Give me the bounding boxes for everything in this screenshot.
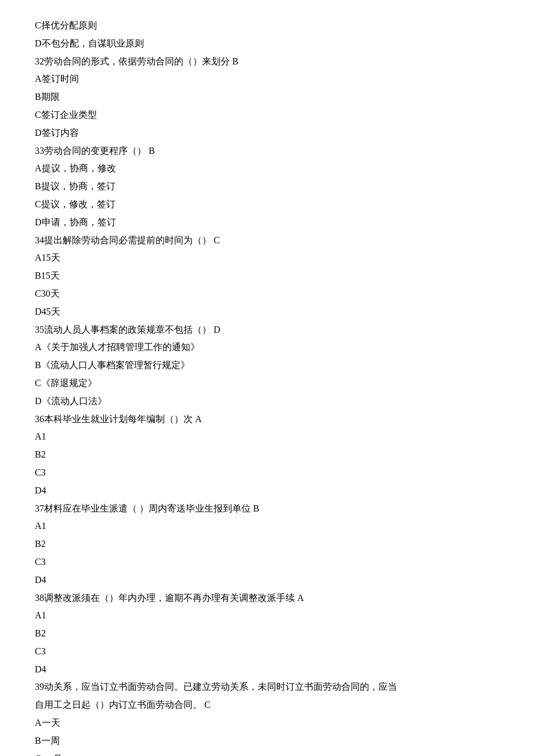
- text-line-line32: D4: [35, 572, 499, 589]
- text-line-line38: 39动关系，应当订立书面劳动合同。已建立劳动关系，未同时订立书面劳动合同的，应当: [35, 679, 499, 696]
- text-line-line41: B一周: [35, 733, 499, 750]
- text-line-line31: C3: [35, 554, 499, 571]
- text-line-line26: C3: [35, 465, 499, 481]
- text-line-line42: C 一月: [35, 751, 499, 756]
- text-line-line27: D4: [35, 483, 499, 499]
- text-line-line3: 32劳动合同的形式，依据劳动合同的（）来划分 B: [35, 53, 499, 70]
- text-line-line6: C签订企业类型: [35, 107, 499, 124]
- text-line-line25: B2: [35, 447, 499, 463]
- text-line-line14: A15天: [35, 250, 499, 267]
- text-line-line29: A1: [35, 518, 499, 535]
- text-line-line8: 33劳动合同的变更程序（） B: [35, 143, 499, 160]
- text-line-line12: D申请，协商，签订: [35, 214, 499, 231]
- text-line-line21: C《辞退规定》: [35, 375, 499, 392]
- text-line-line2: D不包分配，自谋职业原则: [35, 35, 499, 52]
- text-line-line20: B《流动人口人事档案管理暂行规定》: [35, 357, 499, 374]
- text-line-line40: A一天: [35, 715, 499, 732]
- text-line-line28: 37材料应在毕业生派遣（ ）周内寄送毕业生报到单位 B: [35, 501, 499, 517]
- text-line-line33: 38调整改派须在（）年内办理，逾期不再办理有关调整改派手续 A: [35, 590, 499, 607]
- text-line-line16: C30天: [35, 286, 499, 303]
- text-line-line19: A《关于加强人才招聘管理工作的通知》: [35, 339, 499, 356]
- text-line-line17: D45天: [35, 304, 499, 321]
- text-line-line35: B2: [35, 625, 499, 642]
- text-line-line11: C提议，修改，签订: [35, 196, 499, 213]
- text-line-line37: D4: [35, 661, 499, 678]
- text-line-line9: A提议，协商，修改: [35, 160, 499, 177]
- text-line-line13: 34提出解除劳动合同必需提前的时间为（） C: [35, 232, 499, 249]
- text-line-line39: 自用工之日起（）内订立书面劳动合同。 C: [35, 697, 499, 714]
- text-line-line10: B提议，协商，签订: [35, 178, 499, 195]
- text-line-line22: D《流动人口法》: [35, 393, 499, 410]
- text-line-line15: B15天: [35, 268, 499, 285]
- text-line-line7: D签订内容: [35, 125, 499, 142]
- text-line-line30: B2: [35, 536, 499, 553]
- text-line-line1: C择优分配原则: [35, 17, 499, 34]
- text-line-line34: A1: [35, 607, 499, 624]
- text-line-line4: A签订时间: [35, 71, 499, 88]
- main-content: C择优分配原则D不包分配，自谋职业原则32劳动合同的形式，依据劳动合同的（）来划…: [35, 17, 499, 756]
- text-line-line5: B期限: [35, 89, 499, 106]
- text-line-line18: 35流动人员人事档案的政策规章不包括（） D: [35, 322, 499, 339]
- text-line-line23: 36本科毕业生就业计划每年编制（）次 A: [35, 411, 499, 428]
- text-line-line36: C3: [35, 643, 499, 660]
- text-line-line24: A1: [35, 429, 499, 445]
